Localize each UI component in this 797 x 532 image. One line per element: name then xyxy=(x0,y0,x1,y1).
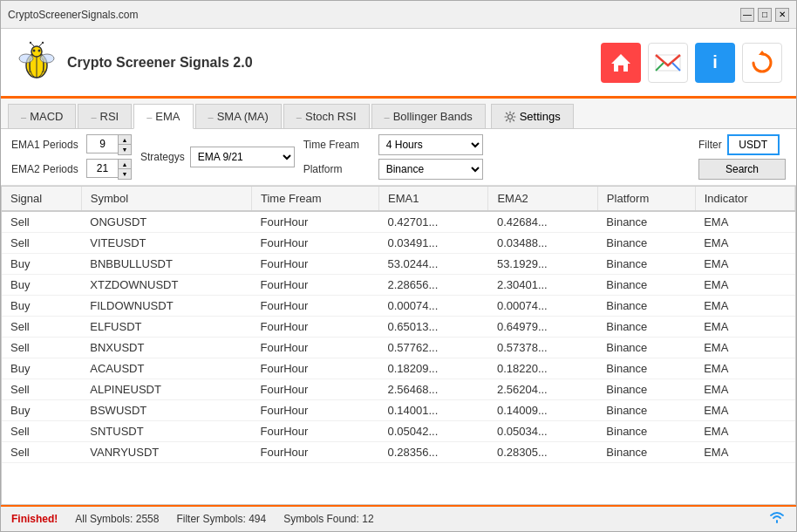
cell-ema2: 53.1929... xyxy=(488,254,597,275)
ema-periods-group: EMA1 Periods ▲ ▼ EMA2 Periods ▲ xyxy=(11,134,132,180)
cell-indicator: EMA xyxy=(695,233,794,254)
th-symbol: Symbol xyxy=(81,187,251,211)
cell-indicator: EMA xyxy=(695,358,794,379)
cell-symbol: FILDOWNUSDT xyxy=(81,296,251,317)
cell-ema1: 2.56468... xyxy=(378,379,487,400)
svg-point-19 xyxy=(507,114,512,119)
status-bar: Finished! All Symbols: 2558 Filter Symbo… xyxy=(1,505,796,531)
search-row: Search xyxy=(698,159,786,180)
svg-point-7 xyxy=(31,46,42,57)
filter-row: Filter xyxy=(698,134,786,155)
header: Crypto Screener Signals 2.0 i xyxy=(1,29,796,99)
cell-signal: Sell xyxy=(2,442,81,463)
cell-timeframe: FourHour xyxy=(251,296,378,317)
ema2-spin-up[interactable]: ▲ xyxy=(119,160,131,169)
cell-indicator: EMA xyxy=(695,338,794,358)
cell-ema2: 0.00074... xyxy=(488,296,597,317)
ema2-input[interactable] xyxy=(86,159,118,178)
cell-platform: Binance xyxy=(597,442,695,463)
app-title: Crypto Screener Signals 2.0 xyxy=(67,55,253,71)
ema1-spin-down[interactable]: ▼ xyxy=(119,145,131,154)
cell-timeframe: FourHour xyxy=(251,233,378,254)
cell-ema1: 0.05042... xyxy=(378,421,487,442)
cell-ema1: 0.28356... xyxy=(378,442,487,463)
refresh-icon-btn[interactable] xyxy=(742,43,782,83)
title-bar: CryptoScreenerSignals.com — □ ✕ xyxy=(1,1,796,29)
maximize-button[interactable]: □ xyxy=(758,8,772,22)
cell-ema2: 0.03488... xyxy=(488,233,597,254)
table-row: Sell ALPINEUSDT FourHour 2.56468... 2.56… xyxy=(2,379,795,400)
svg-point-11 xyxy=(30,41,31,43)
wifi-icon xyxy=(768,510,786,528)
cell-symbol: VITEUSDT xyxy=(81,233,251,254)
platform-select[interactable]: Binance Coinbase Kraken xyxy=(378,159,483,180)
cell-signal: Buy xyxy=(2,400,81,421)
cell-platform: Binance xyxy=(597,254,695,275)
cell-ema2: 0.42684... xyxy=(488,211,597,233)
filter-label: Filter xyxy=(698,139,722,151)
cell-symbol: ALPINEUSDT xyxy=(81,379,251,400)
cell-signal: Sell xyxy=(2,338,81,358)
ema2-spin-btns: ▲ ▼ xyxy=(118,159,132,180)
cell-timeframe: FourHour xyxy=(251,275,378,296)
ema2-spin-down[interactable]: ▼ xyxy=(119,169,131,179)
home-icon-btn[interactable] xyxy=(601,43,641,83)
cell-symbol: XTZDOWNUSDT xyxy=(81,275,251,296)
refresh-icon xyxy=(750,51,774,75)
table-row: Sell SNTUSDT FourHour 0.05042... 0.05034… xyxy=(2,421,795,442)
table-row: Buy BNBBULLUSDT FourHour 53.0244... 53.1… xyxy=(2,254,795,275)
ema1-spinner: ▲ ▼ xyxy=(86,134,132,155)
th-timeframe: Time Fream xyxy=(251,187,378,211)
cell-indicator: EMA xyxy=(695,400,794,421)
cell-symbol: BSWUSDT xyxy=(81,400,251,421)
cell-ema1: 0.18209... xyxy=(378,358,487,379)
ema1-input[interactable] xyxy=(86,134,118,153)
cell-indicator: EMA xyxy=(695,254,794,275)
tab-sma[interactable]: – SMA (MA) xyxy=(195,104,282,128)
strategy-select[interactable]: EMA 9/21 EMA 5/13 EMA 12/26 xyxy=(190,147,295,167)
close-button[interactable]: ✕ xyxy=(775,8,789,22)
filter-input[interactable] xyxy=(727,134,780,155)
tab-rsi[interactable]: – RSI xyxy=(78,104,132,128)
svg-marker-18 xyxy=(759,51,766,55)
svg-point-9 xyxy=(38,49,41,51)
svg-point-5 xyxy=(19,54,33,63)
tab-bollinger[interactable]: – Bollinger Bands xyxy=(371,104,486,128)
cell-symbol: BNBBULLUSDT xyxy=(81,254,251,275)
gear-icon xyxy=(504,111,516,123)
cell-symbol: ONGUSDT xyxy=(81,211,251,233)
status-symbols-found: Symbols Found: 12 xyxy=(283,513,373,525)
cell-ema2: 0.14009... xyxy=(488,400,597,421)
cell-signal: Sell xyxy=(2,379,81,400)
tab-stochrsi[interactable]: – Stoch RSI xyxy=(283,104,370,128)
settings-label: Settings xyxy=(520,110,561,123)
cell-ema2: 0.28305... xyxy=(488,442,597,463)
th-platform: Platform xyxy=(597,187,695,211)
cell-ema2: 0.18220... xyxy=(488,358,597,379)
gmail-icon-btn[interactable] xyxy=(648,43,688,83)
cell-indicator: EMA xyxy=(695,421,794,442)
cell-platform: Binance xyxy=(597,211,695,233)
cell-timeframe: FourHour xyxy=(251,338,378,358)
search-button[interactable]: Search xyxy=(698,159,786,180)
tab-ema[interactable]: – EMA xyxy=(133,104,193,129)
ema1-spin-up[interactable]: ▲ xyxy=(119,135,131,145)
cell-signal: Buy xyxy=(2,358,81,379)
cell-platform: Binance xyxy=(597,379,695,400)
ema2-row: EMA2 Periods ▲ ▼ xyxy=(11,159,132,180)
timeframe-select[interactable]: 1 Hour 2 Hours 4 Hours Daily Weekly xyxy=(378,134,483,155)
settings-tab[interactable]: Settings xyxy=(491,104,574,128)
cell-timeframe: FourHour xyxy=(251,317,378,338)
cell-platform: Binance xyxy=(597,296,695,317)
tab-macd[interactable]: – MACD xyxy=(8,104,76,128)
ema1-label: EMA1 Periods xyxy=(11,139,81,151)
info-icon-btn[interactable]: i xyxy=(695,43,735,83)
info-icon: i xyxy=(712,52,718,72)
logo-area: Crypto Screener Signals 2.0 xyxy=(15,41,253,85)
controls-inner: EMA1 Periods ▲ ▼ EMA2 Periods ▲ xyxy=(11,134,786,180)
cell-symbol: VANRYUSDT xyxy=(81,442,251,463)
cell-indicator: EMA xyxy=(695,317,794,338)
cell-ema2: 0.64979... xyxy=(488,317,597,338)
minimize-button[interactable]: — xyxy=(740,8,754,22)
cell-timeframe: FourHour xyxy=(251,379,378,400)
